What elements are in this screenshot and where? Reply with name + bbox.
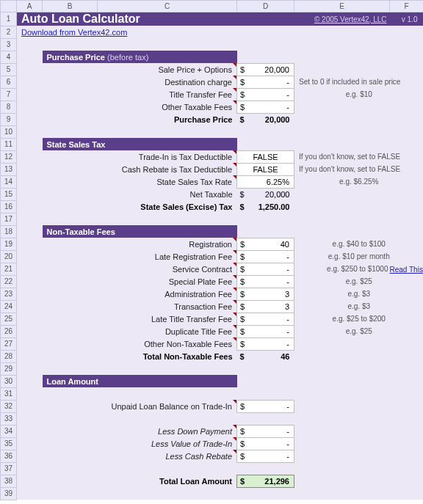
spreadsheet: ABCDEF 1 Auto Loan Calculator © 2005 Ver… [0, 0, 423, 500]
note-destination: Set to 0 if included in sale price [294, 76, 424, 88]
row-38[interactable]: 38 [1, 475, 17, 487]
input-sale-price[interactable]: $20,000 [237, 63, 294, 76]
row-23[interactable]: 23 [1, 288, 17, 300]
row-4[interactable]: 4 [1, 51, 17, 63]
row-13[interactable]: 13 [1, 163, 17, 175]
label-late-title: Late Title Transfer Fee [43, 313, 237, 325]
section-tax: State Sales Tax [43, 138, 237, 150]
row-20[interactable]: 20 [1, 250, 17, 263]
note-transaction: e.g. $3 [294, 300, 424, 313]
col-E[interactable]: E [294, 1, 390, 12]
row-22[interactable]: 22 [1, 275, 17, 288]
row-21[interactable]: 21 [1, 263, 17, 275]
row-18[interactable]: 18 [1, 225, 17, 238]
row-8[interactable]: 8 [1, 101, 17, 113]
input-down-payment[interactable]: $- [237, 425, 294, 437]
label-unpaid-loan: Unpaid Loan Balance on Trade-In [43, 400, 237, 412]
row-12[interactable]: 12 [1, 150, 17, 163]
note-late-title: e.g. $25 to $200 [294, 313, 424, 325]
row-31[interactable]: 31 [1, 387, 17, 400]
input-tradein-value[interactable]: $- [237, 437, 294, 450]
row-7[interactable]: 7 [1, 88, 17, 101]
row-35[interactable]: 35 [1, 437, 17, 450]
row-9[interactable]: 9 [1, 113, 17, 125]
label-fees-total: Total Non-Taxable Fees [43, 350, 237, 362]
download-link[interactable]: Download from Vertex42.com [17, 26, 237, 38]
row-10[interactable]: 10 [1, 125, 17, 138]
row-32[interactable]: 32 [1, 400, 17, 412]
row-25[interactable]: 25 [1, 313, 17, 325]
read-this-link[interactable]: Read This [390, 266, 423, 274]
row-27[interactable]: 27 [1, 337, 17, 350]
note-registration: e.g. $40 to $100 [294, 238, 424, 250]
row-16[interactable]: 16 [1, 200, 17, 213]
row-34[interactable]: 34 [1, 425, 17, 437]
input-rebate-deduct[interactable]: FALSE [237, 163, 294, 175]
row-28[interactable]: 28 [1, 350, 17, 362]
input-destination[interactable]: $- [237, 76, 294, 88]
value-fees-total: $46 [237, 350, 294, 362]
input-late-reg[interactable]: $- [237, 250, 294, 263]
row-11[interactable]: 11 [1, 138, 17, 150]
row-30[interactable]: 30 [1, 375, 17, 387]
row-15[interactable]: 15 [1, 188, 17, 200]
row-6[interactable]: 6 [1, 76, 17, 88]
input-late-title[interactable]: $- [237, 313, 294, 325]
version: v 1.0 [390, 12, 424, 26]
title: Auto Loan Calculator [17, 12, 237, 26]
row-5[interactable]: 5 [1, 63, 17, 76]
label-rebate-deduct: Cash Rebate is Tax Deductible [43, 163, 237, 175]
note-rebate-deduct: If you don't know, set to FALSE [294, 163, 424, 175]
label-loan-total: Total Loan Amount [43, 475, 237, 487]
copyright-link[interactable]: © 2005 Vertex42, LLC [237, 12, 390, 26]
label-transaction: Transaction Fee [43, 300, 237, 313]
note-title-transfer: e.g. $10 [294, 88, 424, 101]
input-tax-rate[interactable]: 6.25% [237, 175, 294, 188]
row-39[interactable]: 39 [1, 487, 17, 500]
input-admin[interactable]: $3 [237, 288, 294, 300]
input-cash-rebate[interactable]: $- [237, 450, 294, 462]
col-B[interactable]: B [43, 1, 98, 12]
input-service[interactable]: $- [237, 263, 294, 275]
row-17[interactable]: 17 [1, 213, 17, 225]
input-special-plate[interactable]: $- [237, 275, 294, 288]
label-destination: Destination charge [43, 76, 237, 88]
input-other-nontax[interactable]: $- [237, 337, 294, 350]
row-26[interactable]: 26 [1, 325, 17, 337]
note-tradein-deduct: If you don't know, set to FALSE [294, 150, 424, 163]
col-F[interactable]: F [390, 1, 424, 12]
input-transaction[interactable]: $3 [237, 300, 294, 313]
col-C[interactable]: C [98, 1, 237, 12]
row-29[interactable]: 29 [1, 362, 17, 375]
value-purchase-total: $20,000 [237, 113, 294, 125]
label-other-taxable: Other Taxable Fees [43, 101, 237, 113]
row-24[interactable]: 24 [1, 300, 17, 313]
row-3[interactable]: 3 [1, 38, 17, 51]
note-service: e.g. $250 to $1000 [294, 263, 390, 275]
row-37[interactable]: 37 [1, 462, 17, 475]
col-D[interactable]: D [237, 1, 294, 12]
row-2[interactable]: 2 [1, 26, 17, 38]
input-tradein-deduct[interactable]: FALSE [237, 150, 294, 163]
label-service: Service Contract [43, 263, 237, 275]
row-36[interactable]: 36 [1, 450, 17, 462]
note-dup-title: e.g. $25 [294, 325, 424, 337]
input-other-taxable[interactable]: $- [237, 101, 294, 113]
label-admin: Administration Fee [43, 288, 237, 300]
col-A[interactable]: A [17, 1, 43, 12]
label-title-transfer: Title Transfer Fee [43, 88, 237, 101]
input-dup-title[interactable]: $- [237, 325, 294, 337]
input-registration[interactable]: $40 [237, 238, 294, 250]
note-tax-rate: e.g. $6.25% [294, 175, 424, 188]
row-19[interactable]: 19 [1, 238, 17, 250]
row-1[interactable]: 1 [1, 12, 17, 26]
value-loan-total: $21,296 [237, 475, 294, 487]
label-down-payment: Less Down Payment [43, 425, 237, 437]
row-33[interactable]: 33 [1, 412, 17, 425]
row-14[interactable]: 14 [1, 175, 17, 188]
input-title-transfer[interactable]: $- [237, 88, 294, 101]
input-unpaid-loan[interactable]: $- [237, 400, 294, 412]
section-purchase: Purchase Price (before tax) [43, 51, 237, 63]
value-tax-total: $1,250.00 [237, 200, 294, 213]
note-admin: e.g. $3 [294, 288, 424, 300]
